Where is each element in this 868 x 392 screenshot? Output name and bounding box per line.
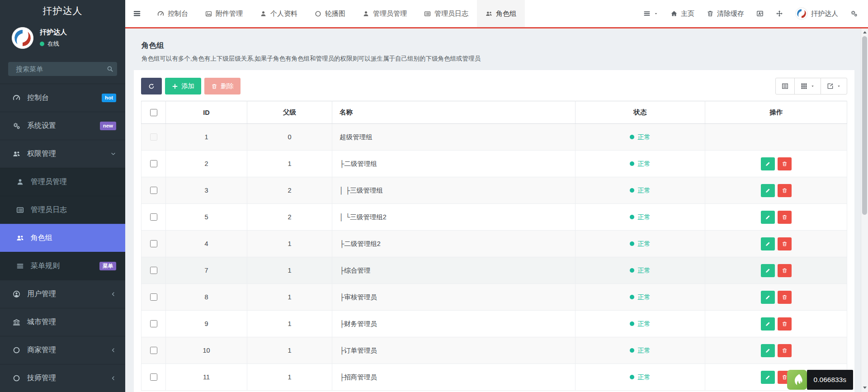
edit-row-button[interactable] <box>761 371 775 384</box>
clear-cache-button[interactable]: 清除缓存 <box>707 9 744 18</box>
edit-row-button[interactable] <box>761 237 775 250</box>
tachometer-icon <box>157 10 164 17</box>
delete-row-button[interactable] <box>778 157 792 170</box>
row-checkbox[interactable] <box>150 293 157 301</box>
nav-tab-2[interactable]: 个人资料 <box>251 0 306 27</box>
scrollbar-up-arrow[interactable] <box>861 29 868 35</box>
cell-status: 正常 <box>576 337 705 364</box>
row-checkbox[interactable] <box>150 320 157 327</box>
edit-row-button[interactable] <box>761 344 775 357</box>
status-label: 正常 <box>637 240 651 248</box>
add-button[interactable]: 添加 <box>165 78 201 94</box>
tachometer-icon <box>12 94 21 102</box>
status-dot-icon <box>630 241 634 246</box>
nav-tab-3[interactable]: 轮播图 <box>306 0 354 27</box>
cell-operations <box>705 231 847 257</box>
search-input[interactable] <box>15 65 107 73</box>
cell-checkbox <box>142 311 166 337</box>
sidebar-item-1[interactable]: 系统设置new <box>0 112 125 140</box>
cell-name: ├综合管理 <box>332 257 576 284</box>
edit-row-button[interactable] <box>761 157 775 170</box>
app-window: 扞护达人 扞护达人 在线 控制台hot系统设置new权限管理管理员 <box>0 0 868 392</box>
delete-row-button[interactable] <box>778 264 792 277</box>
row-checkbox[interactable] <box>150 160 157 167</box>
row-checkbox[interactable] <box>150 347 157 354</box>
trash-icon <box>782 348 788 354</box>
sidebar-item-3[interactable]: 管理员管理 <box>0 168 125 196</box>
sidebar-item-7[interactable]: 用户管理 <box>0 280 125 308</box>
nav-tab-5[interactable]: 管理员日志 <box>415 0 477 27</box>
scrollbar-down-arrow[interactable] <box>861 384 868 391</box>
delete-row-button[interactable] <box>778 184 792 197</box>
cell-status: 正常 <box>576 231 705 257</box>
nav-tab-label: 个人资料 <box>270 9 297 18</box>
sidebar-item-label: 控制台 <box>27 93 49 103</box>
settings-button[interactable] <box>850 10 858 17</box>
sidebar-search <box>8 62 117 76</box>
language-button[interactable] <box>756 10 764 17</box>
status-label: 正常 <box>637 213 651 222</box>
tabs-menu-button[interactable] <box>643 10 658 17</box>
edit-row-button[interactable] <box>761 317 775 331</box>
edit-row-button[interactable] <box>761 184 775 197</box>
cell-name: │ └三级管理组2 <box>332 204 576 231</box>
cell-checkbox <box>142 231 166 257</box>
row-checkbox[interactable] <box>150 267 157 274</box>
cell-id: 10 <box>166 337 247 364</box>
sidebar-item-4[interactable]: 管理员日志 <box>0 196 125 224</box>
sidebar-item-9[interactable]: 商家管理 <box>0 336 125 364</box>
caret-down-icon <box>654 11 658 16</box>
fullscreen-icon <box>776 10 783 17</box>
nav-tab-0[interactable]: 控制台 <box>149 0 197 27</box>
detail-view-button[interactable] <box>775 78 795 94</box>
sidebar-item-5[interactable]: 角色组 <box>0 224 125 252</box>
scrollbar-thumb[interactable] <box>862 36 867 215</box>
sidebar-item-10[interactable]: 技师管理 <box>0 364 125 392</box>
delete-row-button[interactable] <box>778 344 792 357</box>
cell-operations <box>705 151 847 177</box>
sidebar-item-0[interactable]: 控制台hot <box>0 84 125 112</box>
export-button[interactable] <box>821 78 847 94</box>
fullscreen-button[interactable] <box>776 10 783 17</box>
edit-row-button[interactable] <box>761 264 775 277</box>
home-button[interactable]: 主页 <box>670 9 694 18</box>
nav-tab-6[interactable]: 角色组 <box>477 0 525 27</box>
pencil-icon <box>765 268 771 274</box>
row-checkbox[interactable] <box>150 373 157 381</box>
delete-row-button[interactable] <box>778 291 792 304</box>
scrollbar[interactable] <box>861 28 868 392</box>
sidebar-item-8[interactable]: 城市管理 <box>0 308 125 336</box>
delete-row-button[interactable] <box>778 317 792 331</box>
table-row: 81├审核管理员正常 <box>142 284 847 311</box>
columns-button[interactable] <box>794 78 821 94</box>
select-all-checkbox[interactable] <box>150 109 157 116</box>
status-badge: 正常 <box>630 346 651 355</box>
cell-status: 正常 <box>576 124 705 151</box>
edit-row-button[interactable] <box>761 211 775 224</box>
pencil-icon <box>765 374 771 380</box>
delete-row-button[interactable] <box>778 237 792 250</box>
nav-tab-1[interactable]: 附件管理 <box>197 0 251 27</box>
row-checkbox[interactable] <box>150 213 157 221</box>
cell-name: ├订单管理员 <box>332 337 576 364</box>
row-checkbox[interactable] <box>150 187 157 194</box>
sidebar-item-6[interactable]: 菜单规则菜单 <box>0 252 125 280</box>
add-button-label: 添加 <box>181 82 194 90</box>
user-menu-button[interactable]: 扞护达人 <box>795 7 838 20</box>
status-dot-icon <box>630 135 634 139</box>
sidebar-toggle-button[interactable] <box>125 0 149 27</box>
export-icon <box>827 83 834 90</box>
edit-row-button[interactable] <box>761 291 775 304</box>
sidebar-item-label: 管理员管理 <box>31 177 67 187</box>
refresh-button[interactable] <box>141 78 162 94</box>
search-icon[interactable] <box>107 66 113 72</box>
cell-operations <box>705 124 847 151</box>
sidebar-item-2[interactable]: 权限管理 <box>0 140 125 168</box>
delete-button[interactable]: 删除 <box>204 78 241 94</box>
caret-down-icon <box>811 84 815 88</box>
users-icon <box>12 150 21 158</box>
cell-id: 8 <box>166 284 247 311</box>
row-checkbox[interactable] <box>150 240 157 247</box>
delete-row-button[interactable] <box>778 211 792 224</box>
nav-tab-4[interactable]: 管理员管理 <box>354 0 415 27</box>
